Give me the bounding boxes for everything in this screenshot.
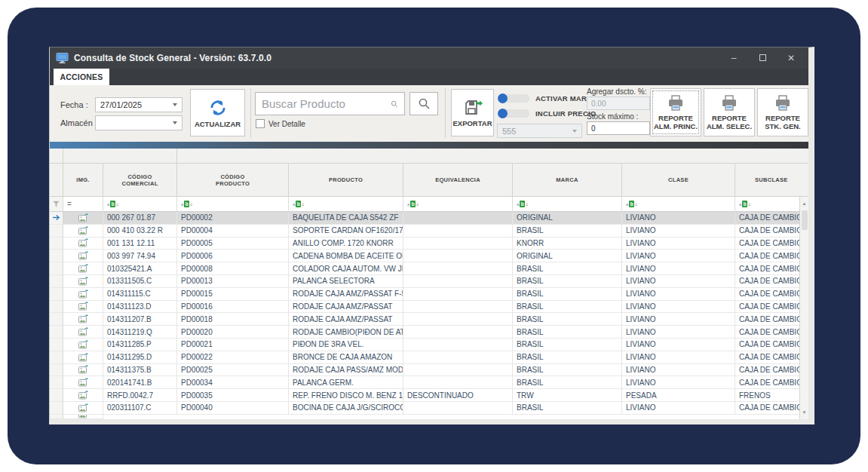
cell-marca[interactable]: BRASIL — [513, 351, 622, 364]
cell-clase[interactable]: LIVIANO — [622, 376, 735, 389]
cell-img[interactable] — [63, 262, 103, 275]
cell-producto[interactable]: RODAJE CAJA AMZ/PASSAT — [289, 313, 403, 326]
cell-marca[interactable]: BRASIL — [513, 339, 622, 351]
cell-equivalencia[interactable] — [403, 238, 513, 250]
cell-codigo-comercial[interactable]: 014311219.Q — [103, 326, 177, 339]
cell-equivalencia[interactable] — [403, 364, 513, 377]
cell-equivalencia[interactable] — [403, 275, 513, 288]
filter-marca[interactable]: abc — [513, 197, 622, 212]
cell-producto[interactable]: ANILLO COMP. 1720 KNORR — [289, 238, 403, 250]
cell-producto[interactable]: RODAJE CAJA AMZ/PASSAT F-542... — [289, 288, 403, 301]
cell-codigo-comercial[interactable]: 014311207.B — [103, 313, 177, 326]
cell-codigo-producto[interactable]: PD00022 — [177, 351, 289, 364]
fecha-combobox[interactable]: 27/01/2025 — [95, 97, 182, 112]
cell-marca[interactable]: BRASIL — [513, 364, 622, 377]
cell-codigo-comercial[interactable]: 000 267 01.87 — [103, 212, 177, 225]
actualizar-button[interactable]: ACTUALIZAR — [190, 89, 245, 136]
cell-clase[interactable]: LIVIANO — [622, 301, 735, 314]
filter-equivalencia[interactable]: abc — [403, 197, 513, 212]
cell-producto[interactable]: BAQUELITA DE CAJA S542 ZF — [289, 212, 403, 225]
cell-img[interactable] — [63, 364, 103, 377]
cell-img[interactable] — [63, 301, 103, 314]
cell-producto[interactable]: COLADOR CAJA AUTOM. VW JETT... — [289, 262, 403, 275]
cell-producto[interactable]: PIÐON DE 3RA VEL. — [289, 339, 403, 351]
cell-img[interactable] — [63, 415, 103, 419]
cell-clase[interactable]: LIVIANO — [622, 339, 735, 351]
reporte-stk-gen-button[interactable]: REPORTE STK. GEN. — [757, 88, 808, 136]
cell-clase[interactable]: LIVIANO — [622, 250, 735, 262]
cell-subclase[interactable]: CAJA DE CAMBIOS — [735, 288, 808, 301]
maximize-button[interactable] — [757, 54, 768, 63]
cell-img[interactable] — [63, 402, 103, 415]
cell-marca[interactable]: ORIGINAL — [513, 250, 622, 262]
vertical-scrollbar[interactable]: ▲ ▼ — [799, 197, 808, 419]
search-button[interactable] — [409, 92, 438, 115]
filter-producto[interactable]: abc — [289, 197, 403, 212]
table-row[interactable]: 014311123.DPD00016RODAJE CAJA AMZ/PASSAT… — [50, 301, 808, 314]
cell-codigo-producto[interactable]: PD00015 — [177, 288, 289, 301]
filter-clase[interactable]: abc — [622, 197, 735, 212]
cell-codigo-producto[interactable]: PD00025 — [177, 364, 289, 377]
table-row[interactable]: 014311219.QPD00020RODAJE CAMBIO(PIÐON DE… — [50, 326, 808, 339]
cell-img[interactable] — [63, 389, 103, 402]
cell-codigo-comercial[interactable]: 014311295.D — [103, 351, 177, 364]
cell-clase[interactable]: LIVIANO — [622, 212, 735, 225]
cell-codigo-producto[interactable]: PD00004 — [177, 225, 289, 238]
cell-producto[interactable]: RODAJE CAJA AMZ/PASSAT — [289, 301, 403, 314]
cell-clase[interactable]: LIVIANO — [622, 326, 735, 339]
filter-subclase[interactable]: abc — [735, 197, 808, 212]
cell-codigo-producto[interactable]: PD00013 — [177, 275, 289, 288]
scroll-down-icon[interactable]: ▼ — [800, 406, 808, 418]
cell-img[interactable] — [63, 351, 103, 364]
filter-funnel-cell[interactable] — [50, 197, 63, 212]
cell-codigo-comercial[interactable]: 014311375.B — [103, 364, 177, 377]
cell-clase[interactable]: LIVIANO — [622, 275, 735, 288]
almacen-combobox[interactable] — [95, 115, 182, 130]
header-clase[interactable]: CLASE — [622, 164, 735, 197]
cell-codigo-producto[interactable]: PD00018 — [177, 313, 289, 326]
filter-codigo-producto[interactable]: abc — [177, 197, 289, 212]
table-row[interactable]: 001 131 12.11PD00005ANILLO COMP. 1720 KN… — [50, 238, 808, 250]
cell-equivalencia[interactable] — [403, 225, 513, 238]
ver-detalle-checkbox[interactable]: Ver Detalle — [256, 119, 305, 128]
cell-subclase[interactable]: CAJA DE CAMBIOS — [735, 225, 808, 238]
cell-codigo-producto[interactable]: PD00021 — [177, 339, 289, 351]
minimize-button[interactable]: – — [728, 54, 739, 63]
cell-marca[interactable]: BRASIL — [513, 262, 622, 275]
stock-maximo-input[interactable]: 0 — [587, 121, 650, 135]
cell-clase[interactable]: LIVIANO — [622, 351, 735, 364]
cell-codigo-comercial[interactable]: 010325421.A — [103, 262, 177, 275]
cell-producto[interactable]: RODAJE CAMBIO(PIÐON DE ATA... — [289, 326, 403, 339]
cell-producto[interactable]: SOPORTE CARDAN OF1620/1721 — [289, 225, 403, 238]
cell-subclase[interactable]: CAJA DE CAMBIOS — [735, 238, 808, 250]
cell-equivalencia[interactable] — [403, 402, 513, 415]
cell-equivalencia[interactable]: DESCONTINUADO — [403, 389, 513, 402]
table-row[interactable]: 003 997 74.94PD00006CADENA BOMBA DE ACEI… — [50, 250, 808, 262]
cell-subclase[interactable]: CAJA DE CAMBIOS — [735, 212, 808, 225]
cell-codigo-producto[interactable]: PD00008 — [177, 262, 289, 275]
cell-clase[interactable]: LIVIANO — [622, 238, 735, 250]
scroll-up-icon[interactable]: ▲ — [800, 198, 808, 210]
header-img[interactable]: IMG. — [63, 164, 103, 197]
cell-codigo-producto[interactable]: PD00040 — [177, 402, 289, 415]
table-row[interactable]: 000 410 03.22 RPD00004SOPORTE CARDAN OF1… — [50, 225, 808, 238]
cell-subclase[interactable]: CAJA DE CAMBIOS — [735, 250, 808, 262]
table-row[interactable]: 014311295.DPD00022BRONCE DE CAJA AMAZONB… — [50, 351, 808, 364]
cell-clase[interactable]: LIVIANO — [622, 225, 735, 238]
cell-codigo-producto[interactable]: PD00034 — [177, 376, 289, 389]
cell-marca[interactable]: BRASIL — [513, 275, 622, 288]
filter-codigo-comercial[interactable]: abc — [103, 197, 177, 212]
cell-producto[interactable]: BOCINA DE CAJA J/G/SCIROCCO ... — [289, 402, 403, 415]
cell-subclase[interactable]: CAJA DE CAMBIOS — [735, 339, 808, 351]
cell-codigo-producto[interactable]: PD00035 — [177, 389, 289, 402]
cell-equivalencia[interactable] — [403, 313, 513, 326]
cell-clase[interactable]: LIVIANO — [622, 288, 735, 301]
cell-codigo-comercial[interactable]: 014311115.C — [103, 288, 177, 301]
header-codigo-comercial[interactable]: CÓDIGO COMERCIAL — [103, 164, 177, 197]
cell-subclase[interactable]: CAJA DE CAMBIOS — [735, 313, 808, 326]
cell-clase[interactable]: LIVIANO — [622, 262, 735, 275]
cell-img[interactable] — [63, 250, 103, 262]
activar-marca-toggle[interactable] — [498, 94, 529, 103]
reporte-alm-selec-button[interactable]: REPORTE ALM. SELEC. — [704, 88, 755, 136]
scrollbar-thumb[interactable] — [802, 210, 808, 230]
